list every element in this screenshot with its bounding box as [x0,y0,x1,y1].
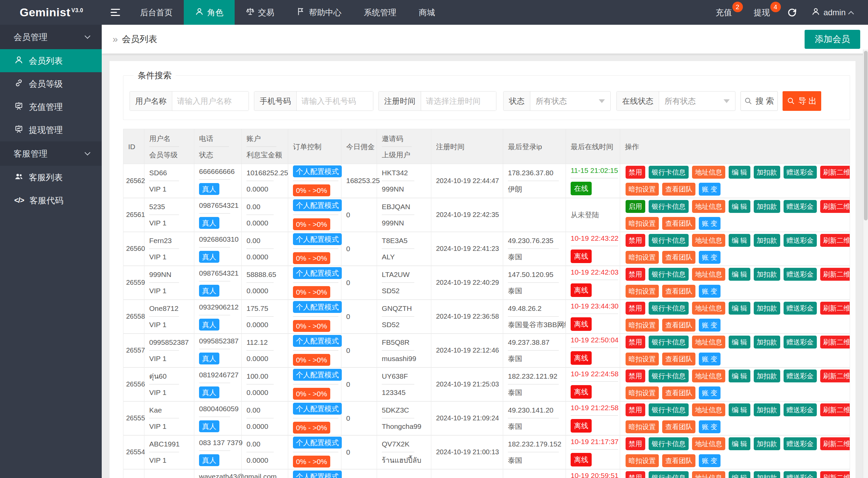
action-button[interactable]: 银行卡信息 [649,370,689,382]
action-button[interactable]: 加扣款 [754,302,780,315]
action-button[interactable]: 加扣款 [754,166,780,179]
action-button[interactable]: 编 辑 [729,302,750,315]
action-button[interactable]: 赠送彩金 [784,403,817,416]
action-button[interactable]: 暗扣设置 [626,183,659,196]
action-button[interactable]: 编 辑 [729,437,750,450]
action-button[interactable]: 账 变 [699,217,721,230]
action-button[interactable]: 银行卡信息 [649,234,689,247]
sidebar-toggle-icon[interactable] [102,0,129,25]
toggle-status-button[interactable]: 禁用 [626,370,645,382]
action-button[interactable]: 编 辑 [729,268,750,281]
admin-menu[interactable]: admin [803,0,856,25]
action-button[interactable]: 查看团队 [662,251,695,264]
phone-input[interactable] [297,92,373,111]
action-button[interactable]: 地址信息 [692,336,725,348]
action-button[interactable]: 编 辑 [729,200,750,213]
sidebar-item-recharge-mgmt[interactable]: 充值管理 [0,95,102,118]
action-button[interactable]: 加扣款 [754,336,780,348]
sidebar-group-service[interactable]: 客服管理 [0,141,102,166]
vertical-scrollbar[interactable] [863,49,868,478]
action-button[interactable]: 刷新二维码 [820,336,850,348]
action-button[interactable]: 银行卡信息 [649,471,689,478]
action-button[interactable]: 银行卡信息 [649,268,689,281]
action-button[interactable]: 地址信息 [692,302,725,315]
action-button[interactable]: 账 变 [699,285,721,298]
nav-item-roles[interactable]: 角色 [184,0,235,25]
action-button[interactable]: 刷新二维码 [820,370,850,382]
action-button[interactable]: 地址信息 [692,403,725,416]
action-button[interactable]: 账 变 [699,183,721,196]
action-button[interactable]: 编 辑 [729,166,750,179]
action-button[interactable]: 账 变 [699,420,721,433]
nav-item-mall[interactable]: 商城 [408,0,446,25]
action-button[interactable]: 赠送彩金 [784,302,817,315]
action-button[interactable]: 账 变 [699,353,721,365]
action-button[interactable]: 赠送彩金 [784,370,817,382]
online-status-select[interactable]: 所有状态 [659,92,735,111]
action-button[interactable]: 地址信息 [692,471,725,478]
action-button[interactable]: 赠送彩金 [784,268,817,281]
action-button[interactable]: 赠送彩金 [784,166,817,179]
nav-item-help[interactable]: 帮助中心 [285,0,353,25]
action-button[interactable]: 加扣款 [754,403,780,416]
action-button[interactable]: 暗扣设置 [626,251,659,264]
action-button[interactable]: 赠送彩金 [784,234,817,247]
action-button[interactable]: 加扣款 [754,437,780,450]
action-button[interactable]: 银行卡信息 [649,336,689,348]
action-button[interactable]: 编 辑 [729,471,750,478]
toggle-status-button[interactable]: 禁用 [626,437,645,450]
action-button[interactable]: 刷新二维码 [820,234,850,247]
action-button[interactable]: 查看团队 [662,454,695,467]
action-button[interactable]: 账 变 [699,454,721,467]
recharge-link[interactable]: 充值 2 [711,0,737,25]
scrollbar-thumb[interactable] [864,51,868,220]
action-button[interactable]: 银行卡信息 [649,166,689,179]
action-button[interactable]: 刷新二维码 [820,471,850,478]
toggle-status-button[interactable]: 禁用 [626,268,645,281]
action-button[interactable]: 刷新二维码 [820,166,850,179]
action-button[interactable]: 刷新二维码 [820,403,850,416]
action-button[interactable]: 赠送彩金 [784,471,817,478]
status-select[interactable]: 所有状态 [530,92,610,111]
action-button[interactable]: 刷新二维码 [820,268,850,281]
action-button[interactable]: 地址信息 [692,166,725,179]
action-button[interactable]: 查看团队 [662,319,695,332]
action-button[interactable]: 暗扣设置 [626,217,659,230]
username-input[interactable] [172,92,249,111]
nav-item-system[interactable]: 系统管理 [353,0,408,25]
action-button[interactable]: 加扣款 [754,370,780,382]
action-button[interactable]: 刷新二维码 [820,437,850,450]
action-button[interactable]: 银行卡信息 [649,302,689,315]
action-button[interactable]: 暗扣设置 [626,454,659,467]
action-button[interactable]: 查看团队 [662,285,695,298]
action-button[interactable]: 地址信息 [692,370,725,382]
action-button[interactable]: 暗扣设置 [626,353,659,365]
search-button[interactable]: 搜 索 [741,91,778,111]
add-member-button[interactable]: 添加会员 [805,30,860,49]
sidebar-item-withdraw-mgmt[interactable]: 提现管理 [0,118,102,141]
toggle-status-button[interactable]: 禁用 [626,471,645,478]
action-button[interactable]: 刷新二维码 [820,302,850,315]
sidebar-item-service-code[interactable]: </> 客服代码 [0,189,102,212]
action-button[interactable]: 地址信息 [692,268,725,281]
action-button[interactable]: 查看团队 [662,183,695,196]
nav-item-trade[interactable]: 交易 [235,0,285,25]
action-button[interactable]: 赠送彩金 [784,200,817,213]
action-button[interactable]: 加扣款 [754,471,780,478]
action-button[interactable]: 银行卡信息 [649,437,689,450]
action-button[interactable]: 加扣款 [754,234,780,247]
action-button[interactable]: 暗扣设置 [626,386,659,399]
action-button[interactable]: 编 辑 [729,370,750,382]
nav-item-dashboard[interactable]: 后台首页 [129,0,184,25]
action-button[interactable]: 暗扣设置 [626,319,659,332]
sidebar-item-member-list[interactable]: 会员列表 [0,49,102,72]
toggle-status-button[interactable]: 禁用 [626,403,645,416]
toggle-status-button[interactable]: 禁用 [626,234,645,247]
action-button[interactable]: 账 变 [699,251,721,264]
toggle-status-button[interactable]: 禁用 [626,302,645,315]
action-button[interactable]: 地址信息 [692,437,725,450]
action-button[interactable]: 加扣款 [754,200,780,213]
action-button[interactable]: 加扣款 [754,268,780,281]
action-button[interactable]: 查看团队 [662,353,695,365]
toggle-status-button[interactable]: 启用 [626,200,645,213]
